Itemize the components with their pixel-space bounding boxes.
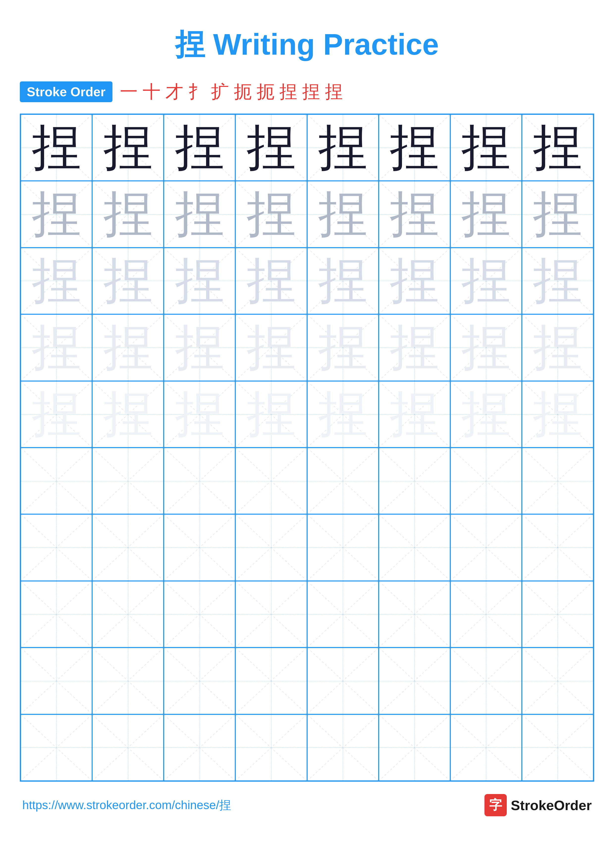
grid-cell[interactable]: 捏: [20, 181, 92, 248]
grid-cell[interactable]: [20, 448, 92, 514]
grid-cell[interactable]: [20, 514, 92, 581]
practice-char: 捏: [461, 323, 511, 372]
grid-cell[interactable]: [379, 448, 450, 514]
grid-cell[interactable]: [379, 581, 450, 648]
grid-cell[interactable]: [20, 715, 92, 781]
grid-cell[interactable]: 捏: [164, 181, 235, 248]
grid-cell[interactable]: 捏: [235, 181, 307, 248]
grid-cell[interactable]: [20, 581, 92, 648]
grid-cell[interactable]: 捏: [235, 248, 307, 314]
svg-line-122: [379, 581, 450, 647]
grid-cell[interactable]: [164, 715, 235, 781]
grid-cell[interactable]: [235, 448, 307, 514]
grid-cell[interactable]: [450, 715, 522, 781]
practice-char: 捏: [32, 323, 81, 372]
grid-cell[interactable]: 捏: [379, 114, 450, 181]
grid-cell[interactable]: 捏: [522, 181, 594, 248]
svg-line-94: [522, 448, 593, 514]
grid-cell[interactable]: [20, 648, 92, 714]
grid-cell[interactable]: 捏: [522, 381, 594, 448]
grid-cell[interactable]: [164, 514, 235, 581]
grid-cell[interactable]: 捏: [307, 114, 379, 181]
grid-cell[interactable]: 捏: [164, 314, 235, 381]
footer-url[interactable]: https://www.strokeorder.com/chinese/捏: [22, 797, 231, 813]
svg-line-96: [21, 515, 92, 580]
grid-cell[interactable]: [92, 448, 164, 514]
grid-cell[interactable]: 捏: [235, 314, 307, 381]
practice-char: 捏: [32, 189, 81, 239]
grid-cell[interactable]: 捏: [379, 181, 450, 248]
svg-line-99: [93, 515, 163, 580]
grid-cell[interactable]: [92, 715, 164, 781]
grid-cell[interactable]: 捏: [20, 248, 92, 314]
svg-line-87: [236, 448, 306, 514]
grid-cell[interactable]: 捏: [92, 181, 164, 248]
grid-cell[interactable]: 捏: [92, 314, 164, 381]
grid-cell[interactable]: [92, 581, 164, 648]
grid-cell[interactable]: 捏: [379, 314, 450, 381]
grid-cell[interactable]: 捏: [164, 248, 235, 314]
grid-cell[interactable]: 捏: [522, 314, 594, 381]
grid-cell[interactable]: [379, 648, 450, 714]
grid-cell[interactable]: 捏: [307, 314, 379, 381]
grid-cell[interactable]: 捏: [450, 114, 522, 181]
grid-cell[interactable]: [92, 514, 164, 581]
grid-cell[interactable]: [164, 448, 235, 514]
grid-cell[interactable]: [235, 514, 307, 581]
grid-cell[interactable]: [235, 648, 307, 714]
practice-char: 捏: [390, 123, 439, 172]
grid-cell[interactable]: 捏: [235, 381, 307, 448]
grid-cell[interactable]: [235, 715, 307, 781]
practice-char: 捏: [175, 323, 224, 372]
grid-cell[interactable]: [307, 514, 379, 581]
grid-cell[interactable]: 捏: [20, 314, 92, 381]
grid-cell[interactable]: 捏: [379, 248, 450, 314]
grid-cell[interactable]: [92, 648, 164, 714]
grid-cell[interactable]: 捏: [522, 114, 594, 181]
grid-cell[interactable]: [379, 715, 450, 781]
practice-char: 捏: [175, 256, 224, 305]
grid-cell[interactable]: [522, 514, 594, 581]
grid-cell[interactable]: 捏: [235, 114, 307, 181]
practice-char: 捏: [318, 123, 368, 172]
grid-cell[interactable]: 捏: [450, 181, 522, 248]
grid-cell[interactable]: 捏: [450, 314, 522, 381]
grid-cell[interactable]: 捏: [450, 248, 522, 314]
grid-cell[interactable]: [164, 581, 235, 648]
grid-cell[interactable]: [522, 448, 594, 514]
grid-cell[interactable]: [450, 648, 522, 714]
stroke-order-badge: Stroke Order: [20, 81, 112, 102]
grid-cell[interactable]: 捏: [164, 114, 235, 181]
grid-cell[interactable]: [235, 581, 307, 648]
grid-cell[interactable]: 捏: [92, 248, 164, 314]
svg-line-141: [451, 648, 521, 714]
grid-cell[interactable]: [450, 448, 522, 514]
svg-line-88: [308, 448, 378, 514]
grid-cell[interactable]: 捏: [20, 114, 92, 181]
grid-cell[interactable]: 捏: [307, 381, 379, 448]
grid-cell[interactable]: [307, 648, 379, 714]
grid-cell[interactable]: 捏: [307, 181, 379, 248]
practice-char: 捏: [175, 123, 224, 172]
grid-cell[interactable]: [522, 715, 594, 781]
practice-char: 捏: [533, 123, 582, 172]
svg-line-154: [379, 715, 450, 780]
grid-cell[interactable]: 捏: [164, 381, 235, 448]
grid-cell[interactable]: [522, 581, 594, 648]
grid-cell[interactable]: 捏: [450, 381, 522, 448]
grid-cell[interactable]: [307, 715, 379, 781]
grid-cell[interactable]: 捏: [92, 381, 164, 448]
grid-cell[interactable]: [379, 514, 450, 581]
grid-cell[interactable]: 捏: [307, 248, 379, 314]
grid-cell[interactable]: 捏: [379, 381, 450, 448]
grid-cell[interactable]: [307, 448, 379, 514]
grid-cell[interactable]: [450, 581, 522, 648]
grid-cell[interactable]: 捏: [92, 114, 164, 181]
svg-line-123: [379, 581, 450, 647]
grid-cell[interactable]: 捏: [522, 248, 594, 314]
grid-cell[interactable]: 捏: [20, 381, 92, 448]
grid-cell[interactable]: [450, 514, 522, 581]
grid-cell[interactable]: [522, 648, 594, 714]
grid-cell[interactable]: [164, 648, 235, 714]
grid-cell[interactable]: [307, 581, 379, 648]
